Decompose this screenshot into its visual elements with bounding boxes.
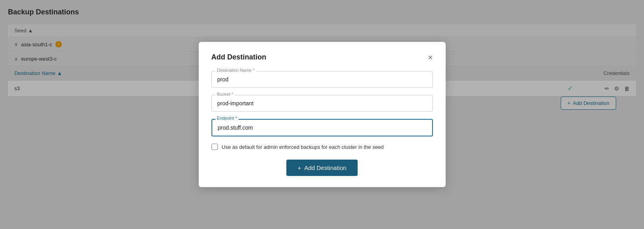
add-destination-modal: Add Destination × Destination Name * Buc… [199,42,446,187]
endpoint-group: Endpoint * [211,119,433,136]
modal-header: Add Destination × [211,53,433,61]
submit-plus-icon: + [298,164,301,171]
modal-footer: + Add Destination [211,160,433,176]
destination-name-group: Destination Name * [211,71,433,88]
close-button[interactable]: × [428,53,433,61]
destination-name-input[interactable] [211,71,433,88]
endpoint-label: Endpoint * [215,116,239,120]
modal-overlay: Add Destination × Destination Name * Buc… [0,0,644,229]
endpoint-input[interactable] [211,119,433,136]
default-checkbox-row: Use as default for admin enforced backup… [211,144,433,150]
destination-name-label: Destination Name * [215,68,256,73]
bucket-label: Bucket * [215,92,235,97]
bucket-input[interactable] [211,95,433,112]
bucket-group: Bucket * [211,95,433,112]
modal-title: Add Destination [211,53,266,61]
default-checkbox-label: Use as default for admin enforced backup… [222,144,384,150]
add-destination-submit-button[interactable]: + Add Destination [286,160,358,176]
default-checkbox[interactable] [211,144,218,150]
submit-button-label: Add Destination [304,164,346,171]
